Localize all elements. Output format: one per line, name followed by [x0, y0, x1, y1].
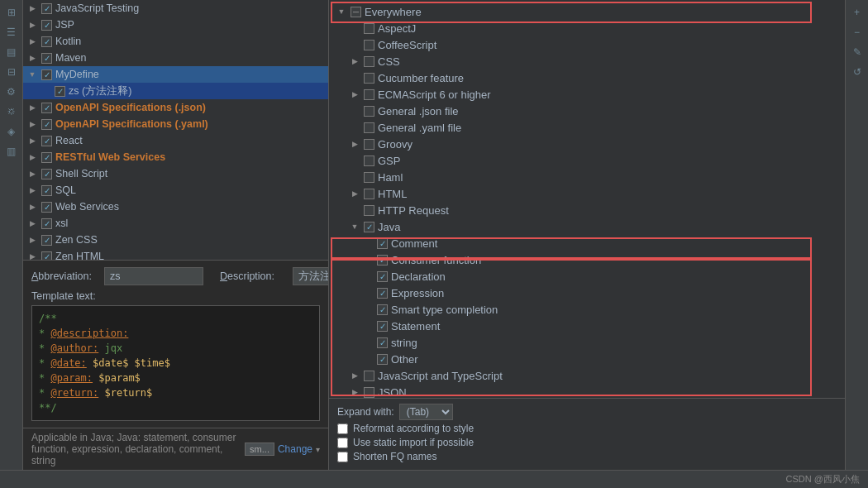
list-item[interactable]: xsl [23, 215, 328, 232]
checkbox[interactable] [364, 56, 374, 67]
sidebar-icon-6[interactable]: ⛭ [2, 103, 21, 121]
expand-icon[interactable] [26, 102, 38, 113]
ctx-item-groovy[interactable]: Groovy [329, 136, 845, 152]
abbreviation-input[interactable] [104, 267, 203, 285]
expand-icon[interactable] [349, 221, 360, 232]
ctx-item-aspectj[interactable]: AspectJ [329, 20, 845, 36]
checkbox[interactable] [377, 321, 388, 332]
change-dropdown-icon[interactable]: ▾ [316, 445, 320, 454]
list-item[interactable]: Zen HTML [23, 248, 328, 260]
ctx-item-everywhere[interactable]: ─ Everywhere [329, 3, 845, 20]
expand-icon[interactable] [26, 234, 38, 246]
sidebar-icon-5[interactable]: ⚙ [2, 83, 21, 101]
static-import-checkbox[interactable] [337, 438, 348, 448]
checkbox[interactable] [41, 185, 52, 196]
remove-icon[interactable]: − [848, 23, 866, 41]
expand-icon[interactable] [26, 118, 38, 130]
ctx-item-java-declaration[interactable]: Declaration [329, 268, 845, 285]
description-input[interactable] [293, 267, 329, 285]
list-item[interactable]: OpenAPI Specifications (.yaml) [23, 116, 328, 132]
ctx-item-gsp[interactable]: GSP [329, 152, 845, 169]
change-link[interactable]: Change [278, 443, 312, 455]
expand-icon[interactable] [26, 135, 38, 146]
checkbox[interactable] [41, 202, 52, 213]
expand-icon[interactable] [349, 188, 360, 199]
checkbox[interactable] [41, 103, 52, 113]
checkbox[interactable] [377, 354, 388, 365]
list-item[interactable]: MyDefine [23, 66, 328, 83]
sidebar-icon-3[interactable]: ▤ [2, 43, 21, 61]
expand-icon[interactable] [26, 251, 38, 260]
checkbox[interactable] [377, 238, 388, 249]
checkbox[interactable] [364, 205, 374, 216]
list-item[interactable]: Shell Script [23, 165, 328, 182]
expand-icon[interactable] [349, 55, 360, 67]
checkbox[interactable] [41, 3, 52, 14]
expand-icon[interactable] [26, 19, 38, 31]
checkbox[interactable] [377, 337, 388, 348]
checkbox[interactable] [364, 172, 374, 183]
ctx-item-general-json[interactable]: General .json file [329, 103, 845, 119]
checkbox[interactable] [377, 271, 388, 282]
checkbox[interactable] [377, 304, 388, 315]
list-item[interactable]: Zen CSS [23, 232, 328, 248]
expand-icon[interactable] [26, 52, 38, 64]
checkbox[interactable] [41, 53, 52, 64]
checkbox[interactable] [364, 371, 374, 381]
list-item[interactable]: JSP [23, 17, 328, 33]
ctx-item-java-expression[interactable]: Expression [329, 285, 845, 301]
checkbox[interactable] [364, 139, 374, 150]
shorten-checkbox[interactable] [337, 452, 348, 462]
list-item[interactable]: Web Services [23, 199, 328, 215]
checkbox[interactable] [364, 387, 374, 398]
ctx-item-haml[interactable]: Haml [329, 169, 845, 185]
checkbox[interactable] [41, 119, 52, 130]
checkbox[interactable] [41, 69, 52, 80]
checkbox[interactable] [41, 235, 52, 246]
ctx-item-http[interactable]: HTTP Request [329, 202, 845, 218]
expand-icon[interactable] [26, 184, 38, 196]
list-item[interactable]: zs (方法注释) [23, 83, 328, 99]
list-item[interactable]: RESTful Web Services [23, 149, 328, 165]
expand-icon[interactable] [26, 201, 38, 213]
list-item[interactable]: SQL [23, 182, 328, 199]
sidebar-icon-8[interactable]: ▥ [2, 142, 21, 160]
ctx-item-html[interactable]: HTML [329, 185, 845, 202]
ctx-item-java-other[interactable]: Other [329, 351, 845, 367]
expand-icon[interactable] [26, 69, 38, 80]
expand-icon[interactable] [26, 151, 38, 163]
list-item[interactable]: OpenAPI Specifications (.json) [23, 99, 328, 116]
checkbox[interactable] [41, 251, 52, 261]
ctx-item-java-comment[interactable]: Comment [329, 235, 845, 251]
expand-icon[interactable] [26, 218, 38, 229]
list-item[interactable]: React [23, 132, 328, 149]
ctx-item-ecmascript[interactable]: ECMAScript 6 or higher [329, 86, 845, 103]
ctx-item-java-smarttype[interactable]: Smart type completion [329, 301, 845, 318]
expand-icon[interactable] [349, 138, 360, 150]
checkbox[interactable] [41, 20, 52, 31]
checkbox[interactable] [364, 155, 374, 166]
ctx-item-java-consumer[interactable]: Consumer function [329, 251, 845, 268]
expand-icon[interactable] [349, 386, 360, 398]
edit-icon[interactable]: ✎ [848, 43, 866, 61]
expand-icon[interactable] [26, 2, 38, 14]
expand-icon[interactable] [26, 168, 38, 179]
list-item[interactable]: JavaScript Testing [23, 0, 328, 17]
ctx-item-cucumber[interactable]: Cucumber feature [329, 69, 845, 86]
reformat-checkbox[interactable] [337, 423, 348, 434]
checkbox[interactable] [55, 86, 65, 97]
ctx-item-java[interactable]: Java [329, 218, 845, 235]
reset-icon[interactable]: ↺ [848, 63, 866, 81]
expand-icon[interactable] [349, 370, 360, 381]
ctx-item-java-string[interactable]: string [329, 334, 845, 351]
checkbox[interactable] [41, 152, 52, 163]
ctx-item-coffeescript[interactable]: CoffeeScript [329, 36, 845, 53]
add-icon[interactable]: + [848, 3, 866, 22]
ctx-item-general-yaml[interactable]: General .yaml file [329, 119, 845, 136]
expand-icon[interactable] [336, 6, 347, 17]
sidebar-icon-4[interactable]: ⊟ [2, 63, 21, 81]
expand-icon[interactable] [26, 36, 38, 47]
checkbox[interactable] [364, 89, 374, 100]
checkbox[interactable] [364, 23, 374, 34]
sidebar-icon-1[interactable]: ⊞ [2, 3, 21, 22]
